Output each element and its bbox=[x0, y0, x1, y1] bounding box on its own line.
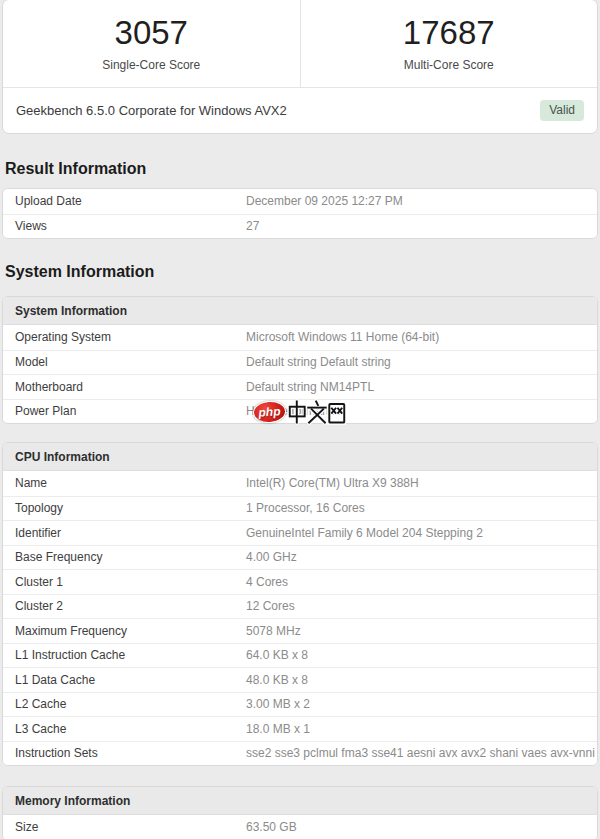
multi-core-score-cell: 17687 Multi-Core Score bbox=[300, 0, 598, 87]
row-label: Cluster 2 bbox=[3, 599, 246, 613]
row-label: Power Plan bbox=[3, 404, 246, 418]
row-value: 3.00 MB x 2 bbox=[246, 697, 310, 711]
result-information-card: Upload DateDecember 09 2025 12:27 PMView… bbox=[2, 188, 598, 239]
cpu-information-card: CPU Information NameIntel(R) Core(TM) Ul… bbox=[2, 442, 598, 766]
cpu-information-card-title: CPU Information bbox=[3, 443, 597, 471]
row-label: Name bbox=[3, 476, 246, 490]
row-label: Views bbox=[3, 219, 246, 233]
row-label: Upload Date bbox=[3, 194, 246, 208]
row-value: GenuineIntel Family 6 Model 204 Stepping… bbox=[246, 526, 483, 540]
score-summary-card: 3057 Single-Core Score 17687 Multi-Core … bbox=[2, 0, 598, 134]
row-value: 12 Cores bbox=[246, 599, 295, 613]
row-label: L3 Cache bbox=[3, 722, 246, 736]
table-row: ModelDefault string Default string bbox=[3, 350, 597, 375]
table-row: Upload DateDecember 09 2025 12:27 PM bbox=[3, 189, 597, 214]
row-value: Default string Default string bbox=[246, 355, 391, 369]
cpu-information-table: NameIntel(R) Core(TM) Ultra X9 388HTopol… bbox=[3, 471, 597, 765]
table-row: Operating SystemMicrosoft Windows 11 Hom… bbox=[3, 325, 597, 350]
row-value: 48.0 KB x 8 bbox=[246, 673, 308, 687]
geekbench-result-page: 3057 Single-Core Score 17687 Multi-Core … bbox=[0, 0, 600, 839]
row-value: 27 bbox=[246, 219, 259, 233]
system-information-heading: System Information bbox=[5, 263, 154, 281]
system-information-table: Operating SystemMicrosoft Windows 11 Hom… bbox=[3, 325, 597, 423]
memory-information-table: Size63.50 GB bbox=[3, 815, 597, 839]
row-label: Identifier bbox=[3, 526, 246, 540]
table-row: MotherboardDefault string NM14PTL bbox=[3, 374, 597, 399]
row-value: 64.0 KB x 8 bbox=[246, 648, 308, 662]
table-row: L1 Instruction Cache64.0 KB x 8 bbox=[3, 643, 597, 668]
memory-information-card: Memory Information Size63.50 GB bbox=[2, 786, 598, 839]
table-row: Views27 bbox=[3, 214, 597, 239]
row-value: Intel(R) Core(TM) Ultra X9 388H bbox=[246, 476, 419, 490]
single-core-score-value: 3057 bbox=[115, 16, 188, 49]
result-information-heading: Result Information bbox=[5, 160, 146, 178]
row-value: 5078 MHz bbox=[246, 624, 301, 638]
version-bar: Geekbench 6.5.0 Corporate for Windows AV… bbox=[3, 88, 597, 133]
system-information-card: System Information Operating SystemMicro… bbox=[2, 296, 598, 424]
row-label: Cluster 1 bbox=[3, 575, 246, 589]
row-label: Maximum Frequency bbox=[3, 624, 246, 638]
score-row: 3057 Single-Core Score 17687 Multi-Core … bbox=[3, 0, 597, 88]
table-row: L1 Data Cache48.0 KB x 8 bbox=[3, 667, 597, 692]
table-row: IdentifierGenuineIntel Family 6 Model 20… bbox=[3, 520, 597, 545]
row-value: 4 Cores bbox=[246, 575, 288, 589]
row-value: 63.50 GB bbox=[246, 820, 297, 834]
row-value: December 09 2025 12:27 PM bbox=[246, 194, 403, 208]
table-row: Cluster 14 Cores bbox=[3, 569, 597, 594]
row-label: Instruction Sets bbox=[3, 746, 246, 760]
row-label: Size bbox=[3, 820, 246, 834]
single-core-score-label: Single-Core Score bbox=[102, 58, 200, 72]
table-row: Topology1 Processor, 16 Cores bbox=[3, 496, 597, 521]
single-core-score-cell: 3057 Single-Core Score bbox=[3, 0, 300, 87]
row-label: Base Frequency bbox=[3, 550, 246, 564]
row-value: 4.00 GHz bbox=[246, 550, 297, 564]
table-row: Base Frequency4.00 GHz bbox=[3, 545, 597, 570]
row-label: L2 Cache bbox=[3, 697, 246, 711]
row-label: Model bbox=[3, 355, 246, 369]
row-value: sse2 sse3 pclmul fma3 sse41 aesni avx av… bbox=[246, 746, 595, 760]
multi-core-score-value: 17687 bbox=[403, 16, 495, 49]
table-row: Cluster 212 Cores bbox=[3, 594, 597, 619]
row-label: Topology bbox=[3, 501, 246, 515]
version-text: Geekbench 6.5.0 Corporate for Windows AV… bbox=[16, 103, 287, 118]
row-label: Motherboard bbox=[3, 380, 246, 394]
row-value: 1 Processor, 16 Cores bbox=[246, 501, 365, 515]
memory-information-card-title: Memory Information bbox=[3, 787, 597, 815]
result-information-table: Upload DateDecember 09 2025 12:27 PMView… bbox=[3, 189, 597, 238]
table-row: NameIntel(R) Core(TM) Ultra X9 388H bbox=[3, 471, 597, 496]
table-row: L2 Cache3.00 MB x 2 bbox=[3, 692, 597, 717]
row-label: L1 Data Cache bbox=[3, 673, 246, 687]
row-value: 18.0 MB x 1 bbox=[246, 722, 310, 736]
table-row: L3 Cache18.0 MB x 1 bbox=[3, 716, 597, 741]
table-row: Power PlanHigh performance bbox=[3, 399, 597, 424]
table-row: Instruction Setssse2 sse3 pclmul fma3 ss… bbox=[3, 741, 597, 766]
row-value: High performance bbox=[246, 404, 341, 418]
table-row: Size63.50 GB bbox=[3, 815, 597, 839]
row-label: L1 Instruction Cache bbox=[3, 648, 246, 662]
table-row: Maximum Frequency5078 MHz bbox=[3, 618, 597, 643]
system-information-card-title: System Information bbox=[3, 297, 597, 325]
row-label: Operating System bbox=[3, 330, 246, 344]
row-value: Microsoft Windows 11 Home (64-bit) bbox=[246, 330, 439, 344]
valid-status-badge: Valid bbox=[540, 100, 584, 121]
multi-core-score-label: Multi-Core Score bbox=[404, 58, 494, 72]
row-value: Default string NM14PTL bbox=[246, 380, 374, 394]
